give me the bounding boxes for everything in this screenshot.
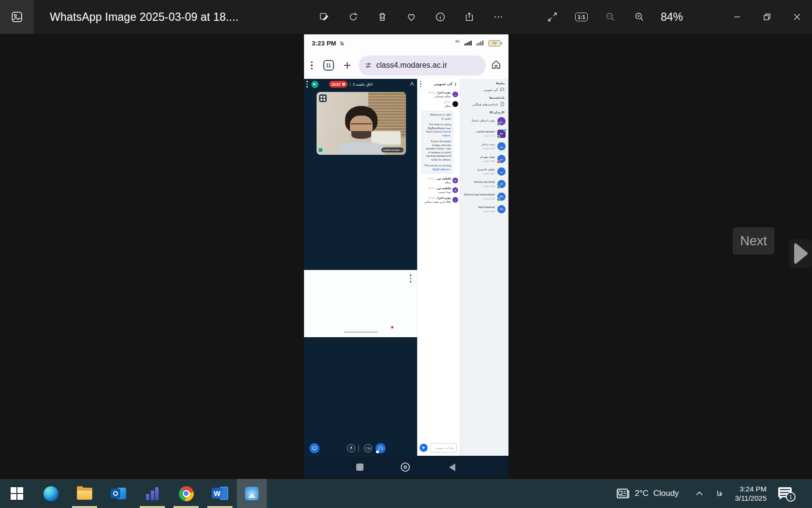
- user-row[interactable]: زهزهره اعرافی (شما): [460, 115, 508, 127]
- user-status-icon[interactable]: [409, 80, 415, 89]
- bbb-video-column: 15:57 اتاق جلسه 2: [304, 79, 417, 456]
- taskbar-start-button[interactable]: [0, 479, 34, 508]
- back-button[interactable]: [449, 463, 455, 471]
- messages-section-label: پیام‌ها: [460, 79, 508, 86]
- taskbar-photos-button[interactable]: [237, 479, 267, 508]
- more-options-button[interactable]: [489, 5, 508, 29]
- show-hidden-icons-button[interactable]: [696, 491, 703, 496]
- chat-bubble-icon: [500, 87, 505, 92]
- word-icon: W: [212, 486, 228, 501]
- news-weather-widget[interactable]: 2°C Cloudy: [616, 488, 679, 499]
- system-tray: 2°C Cloudy فا 3:24 PM 3/11/2025 1: [616, 479, 793, 508]
- actual-size-button[interactable]: 1:1: [572, 5, 591, 29]
- zoom-in-button[interactable]: [630, 5, 649, 29]
- taskbar-word-button[interactable]: W: [203, 479, 237, 508]
- taskbar-chrome-button[interactable]: [169, 479, 203, 508]
- delete-button[interactable]: [373, 5, 392, 29]
- chat-header: گپ عمومی ❯: [418, 79, 460, 90]
- keyboard-language-indicator[interactable]: فا: [717, 489, 723, 498]
- rotate-button[interactable]: [344, 5, 363, 29]
- user-row[interactable]: مهمهناز مهربانفقط شنونده: [460, 152, 508, 165]
- restore-button[interactable]: [752, 0, 782, 34]
- user-row[interactable]: نینیلوفر تاجمیریفقط شنونده: [460, 165, 508, 178]
- chat-author: 15:12: [419, 101, 451, 104]
- android-nav-bar: [304, 456, 508, 478]
- video-layout-icon[interactable]: [319, 94, 327, 102]
- bbb-options-icon[interactable]: [306, 81, 308, 88]
- next-image-button[interactable]: [789, 239, 812, 268]
- weather-condition: Cloudy: [653, 489, 679, 498]
- avatar: [452, 101, 458, 107]
- bigbluebutton-link[interactable]: BigBlueButton.: [433, 168, 451, 171]
- windows-logo-icon: [11, 487, 23, 500]
- notification-count-badge: 1: [786, 492, 796, 502]
- new-tab-button[interactable]: +: [344, 60, 351, 70]
- minimize-button[interactable]: [722, 0, 752, 34]
- file-explorer-icon: [77, 488, 92, 500]
- tab-switcher-button[interactable]: 11: [323, 60, 334, 71]
- taskbar-clock[interactable]: 3:24 PM 3/11/2025: [735, 484, 767, 503]
- chat-message: 15:12سلام: [418, 99, 460, 109]
- chat-messages: ززهره اعرا...15:11سلام دوستان15:12سلام: [418, 90, 460, 109]
- recents-button[interactable]: [356, 463, 363, 471]
- browser-menu-icon[interactable]: [311, 61, 313, 70]
- send-message-button[interactable]: [420, 444, 428, 452]
- online-badge-icon: [497, 198, 500, 201]
- avatar: زه: [497, 117, 506, 125]
- chat-close-icon[interactable]: ❯: [454, 82, 457, 86]
- notification-center-button[interactable]: 1: [778, 487, 793, 500]
- info-button[interactable]: [431, 5, 450, 29]
- avatar: مه: [497, 155, 506, 163]
- user-row[interactable]: AlAlireza Jamshidiفقط شنونده: [460, 178, 508, 190]
- window-title: WhatsApp Image 2025-03-09 at 18....: [50, 0, 239, 34]
- chat-message: ززهره اعرا...15:11سلام دوستان: [418, 90, 460, 99]
- zoom-level: 84%: [661, 11, 683, 24]
- user-role: فقط شنونده: [464, 197, 495, 200]
- online-badge-icon: [497, 135, 500, 138]
- user-name: زهره اعرافی (شما): [472, 119, 495, 123]
- record-dot-icon: [342, 83, 345, 86]
- favorite-button[interactable]: [402, 5, 421, 29]
- user-role: فقط شنونده: [478, 209, 495, 213]
- taskbar-powerbi-button[interactable]: [135, 479, 169, 508]
- chat-message: فافاطمه ص...15:17صدا نیست: [418, 185, 460, 195]
- user-row[interactable]: زیزینب زمانیفقط شنونده: [460, 140, 508, 152]
- avatar: زی: [497, 142, 506, 150]
- user-name: مهناز مهربان: [480, 155, 495, 159]
- chat-message-input[interactable]: [430, 443, 457, 452]
- avatar: Al: [497, 180, 506, 188]
- recording-badge[interactable]: 15:57: [329, 81, 348, 88]
- home-button[interactable]: [491, 59, 502, 72]
- close-button[interactable]: [782, 0, 812, 34]
- whiteboard-menu-icon[interactable]: [410, 274, 412, 283]
- home-nav-button[interactable]: [401, 463, 410, 472]
- raise-hand-button[interactable]: [347, 444, 355, 452]
- taskbar-edge-button[interactable]: [34, 479, 68, 508]
- user-row[interactable]: MoMohammad hasanabadiفقط شنونده: [460, 190, 508, 203]
- chat-timestamp: 15:18: [428, 196, 435, 199]
- camera-button[interactable]: [364, 444, 372, 452]
- share-button[interactable]: [460, 5, 479, 29]
- user-row[interactable]: SaSamirasanatiفقط شنونده: [460, 203, 508, 215]
- tutorial-videos-link[interactable]: tutorial videos.: [442, 130, 451, 137]
- zoom-out-button[interactable]: [601, 5, 620, 29]
- user-row[interactable]: Eseshkevarzade...ارائه دهنده: [460, 127, 508, 140]
- taskbar-outlook-button[interactable]: [102, 479, 135, 508]
- public-chat-item[interactable]: گپ عمومی: [460, 86, 508, 93]
- taskbar-explorer-button[interactable]: [68, 479, 102, 508]
- shared-notes-item[interactable]: یادداشت‌های همگانی: [460, 100, 508, 108]
- webcam-video-tile[interactable]: eshkevarzade›: [317, 92, 406, 155]
- fullscreen-button[interactable]: [543, 5, 562, 29]
- edge-icon: [44, 486, 58, 501]
- url-bar[interactable]: class4.modares.ac.ir: [359, 56, 486, 75]
- avatar: Es: [497, 130, 506, 138]
- screenshare-button[interactable]: [309, 443, 319, 453]
- chat-text: سلام: [419, 104, 451, 107]
- edit-image-button[interactable]: [315, 5, 334, 29]
- chat-author: فاطمه ص...15:17: [419, 187, 451, 190]
- chat-options-icon[interactable]: [420, 81, 421, 88]
- avatar: نی: [497, 167, 506, 176]
- running-indicator: [207, 506, 232, 508]
- chat-messages: فافاطمه ص...15:17سلامفافاطمه ص...15:17صد…: [418, 176, 460, 205]
- presentation-whiteboard[interactable]: [304, 270, 417, 337]
